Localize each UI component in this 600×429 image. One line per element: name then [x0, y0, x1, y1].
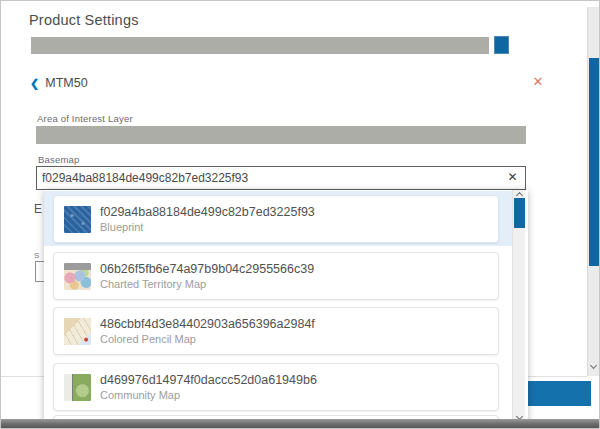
primary-action-button[interactable]: [525, 381, 591, 406]
dropdown-scrollbar[interactable]: [512, 190, 525, 423]
basemap-combobox: ✕: [36, 166, 526, 190]
item-name: Colored Pencil Map: [100, 332, 315, 346]
product-settings-dialog: Product Settings ❮ MTM50 ✕ Area of Inter…: [0, 0, 600, 429]
item-name: Blueprint: [100, 220, 315, 234]
back-label: MTM50: [45, 76, 87, 90]
list-item-community[interactable]: d469976d14974f0daccc52d0a61949b6 Communi…: [53, 363, 499, 411]
basemap-input[interactable]: [37, 167, 525, 189]
obscured-label-fragment: E: [34, 202, 42, 216]
page-scrollbar[interactable]: [587, 7, 599, 376]
basemap-label: Basemap: [38, 154, 80, 165]
list-item-charted-territory[interactable]: 06b26f5fb6e74a97b9b04c2955566c39 Charted…: [53, 252, 499, 300]
back-button[interactable]: ❮ MTM50: [30, 76, 88, 90]
item-name: Community Map: [100, 388, 317, 402]
header-accent-square[interactable]: [494, 36, 509, 54]
page-scrollbar-thumb[interactable]: [589, 58, 599, 266]
community-map-thumbnail: [64, 374, 91, 401]
item-id: d469976d14974f0daccc52d0a61949b6: [100, 373, 317, 388]
window-bottom-edge: [1, 419, 600, 429]
blueprint-thumbnail: [64, 206, 91, 233]
charted-territory-thumbnail: [64, 263, 91, 290]
list-item-blueprint[interactable]: f029a4ba88184de499c82b7ed3225f93 Bluepri…: [53, 195, 499, 243]
obscured-label-fragment: S: [34, 251, 39, 260]
page-title: Product Settings: [29, 12, 139, 28]
list-item-colored-pencil[interactable]: 486cbbf4d3e84402903a656396a2984f Colored…: [53, 307, 499, 355]
aoi-layer-label: Area of Interest Layer: [37, 113, 133, 124]
item-id: f029a4ba88184de499c82b7ed3225f93: [100, 205, 315, 220]
chevron-left-icon: ❮: [30, 77, 39, 90]
basemap-dropdown-list: f029a4ba88184de499c82b7ed3225f93 Bluepri…: [44, 190, 528, 429]
header-field-bar-disabled: [31, 37, 489, 54]
item-id: 06b26f5fb6e74a97b9b04c2955566c39: [100, 262, 314, 277]
clear-input-icon[interactable]: ✕: [505, 170, 520, 185]
scroll-down-icon[interactable]: [590, 362, 597, 369]
colored-pencil-thumbnail: [64, 318, 91, 345]
dropdown-scrollbar-thumb[interactable]: [514, 198, 525, 228]
close-icon[interactable]: ✕: [530, 74, 546, 90]
item-id: 486cbbf4d3e84402903a656396a2984f: [100, 317, 315, 332]
item-name: Charted Territory Map: [100, 277, 314, 291]
aoi-layer-input-disabled: [36, 126, 526, 144]
